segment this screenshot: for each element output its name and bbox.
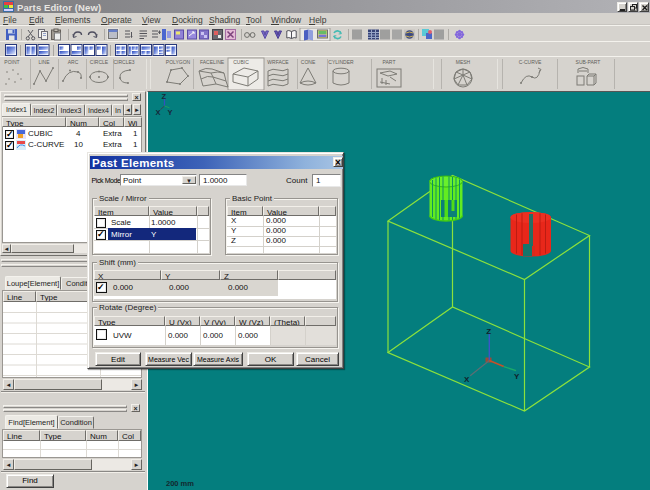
svg-text:X: X: [464, 375, 470, 384]
svg-text:Y: Y: [168, 108, 173, 117]
svg-text:POINT: POINT: [4, 59, 19, 65]
svg-text:Y: Y: [514, 372, 520, 381]
svg-text:LINE: LINE: [38, 59, 50, 65]
svg-text:200 mm: 200 mm: [166, 479, 194, 488]
svg-text:X: X: [156, 108, 161, 117]
svg-text:MESH: MESH: [456, 59, 471, 65]
svg-text:Z: Z: [486, 327, 491, 336]
svg-text:CYLINDER: CYLINDER: [328, 59, 354, 65]
svg-text:WRFACE: WRFACE: [267, 59, 289, 65]
svg-text:Z: Z: [162, 92, 167, 101]
svg-text:PART: PART: [383, 59, 396, 65]
svg-text:ARC: ARC: [68, 59, 79, 65]
svg-text:CONE: CONE: [301, 59, 316, 65]
svg-text:CIRCLE: CIRCLE: [90, 59, 109, 65]
svg-text:CIRCLE3: CIRCLE3: [113, 59, 134, 65]
svg-text:SUB-PART: SUB-PART: [576, 59, 601, 65]
svg-text:FACELINE: FACELINE: [200, 59, 225, 65]
svg-text:CUBIC: CUBIC: [233, 59, 249, 65]
svg-text:POLYGON: POLYGON: [166, 59, 191, 65]
svg-text:C-CURVE: C-CURVE: [519, 59, 542, 65]
